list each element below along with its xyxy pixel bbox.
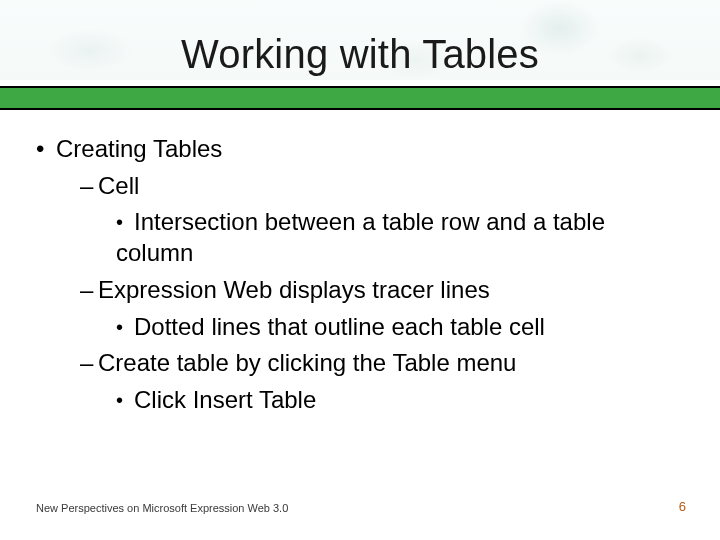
bullet-text: Create table by clicking the Table menu xyxy=(98,349,516,376)
bullet-text: Click Insert Table xyxy=(134,386,316,413)
accent-bar xyxy=(0,88,720,108)
bullet-lvl3: Click Insert Table xyxy=(116,385,684,416)
bullet-lvl2: Expression Web displays tracer lines xyxy=(80,275,684,306)
bullet-text: Creating Tables xyxy=(56,135,222,162)
slide: Working with Tables Creating Tables Cell… xyxy=(0,0,720,540)
bullet-lvl2: Create table by clicking the Table menu xyxy=(80,348,684,379)
slide-title: Working with Tables xyxy=(0,32,720,77)
body-content: Creating Tables Cell Intersection betwee… xyxy=(36,134,684,416)
bullet-lvl2: Cell xyxy=(80,171,684,202)
bullet-lvl3: Intersection between a table row and a t… xyxy=(116,207,684,268)
footer-source: New Perspectives on Microsoft Expression… xyxy=(36,502,288,514)
divider-bottom xyxy=(0,108,720,110)
bullet-lvl3: Dotted lines that outline each table cel… xyxy=(116,312,684,343)
bullet-text: Intersection between a table row and a t… xyxy=(116,208,605,266)
bullet-text: Dotted lines that outline each table cel… xyxy=(134,313,545,340)
bullet-text: Expression Web displays tracer lines xyxy=(98,276,490,303)
bullet-text: Cell xyxy=(98,172,139,199)
page-number: 6 xyxy=(679,499,686,514)
bullet-lvl1: Creating Tables xyxy=(36,134,684,165)
